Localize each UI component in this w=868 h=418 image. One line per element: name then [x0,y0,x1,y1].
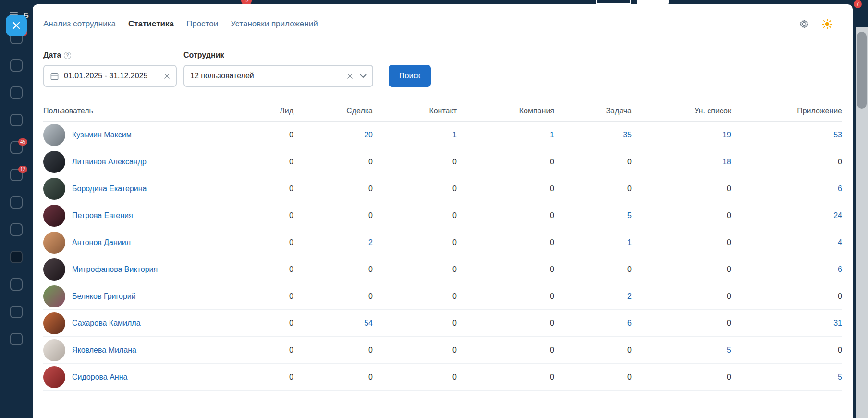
stat-value: 0 [293,265,373,274]
search-button[interactable]: Поиск [389,65,431,87]
stat-value: 0 [632,292,731,301]
schedule-icon[interactable] [10,251,23,263]
stat-value[interactable]: 5 [731,373,842,381]
dropdown-toggle[interactable] [360,74,367,78]
table-body: Кузьмин Максим02011351953Литвинов Алекса… [43,122,842,391]
user-name-link[interactable]: Литвинов Александр [72,158,147,166]
stat-value[interactable]: 31 [731,319,842,328]
mail-icon[interactable] [10,333,23,345]
stat-value: 0 [250,373,293,381]
background-sidebar: Б 224512 [0,0,33,418]
stat-value: 0 [293,373,373,381]
table-row: Сахарова Камилла054006031 [43,310,842,337]
scrollbar-track[interactable] [856,27,868,418]
stat-value[interactable]: 5 [632,346,731,355]
slider-close-button[interactable] [6,15,27,36]
stat-value: 0 [250,211,293,220]
user-name-link[interactable]: Сахарова Камилла [72,319,141,328]
stat-value[interactable]: 6 [554,319,632,328]
close-icon [12,21,21,30]
stat-value[interactable]: 5 [554,211,632,220]
table-row: Литвинов Александр00000180 [43,148,842,175]
settings-button[interactable] [798,18,810,30]
stat-value[interactable]: 18 [632,158,731,166]
stat-value: 0 [373,346,457,355]
tab-employee-analysis[interactable]: Анализ сотрудника [43,19,116,29]
stat-value: 0 [250,292,293,301]
stat-value: 0 [731,292,842,301]
user-name-link[interactable]: Беляков Григорий [72,292,136,301]
x-icon [347,73,353,79]
column-header: Приложение [731,107,842,115]
column-header: Пользователь [43,107,250,115]
shop-icon[interactable] [10,114,23,126]
stat-value[interactable]: 35 [554,131,632,139]
panel-tabs-row: Анализ сотрудникаСтатистикаПростоиУстано… [43,4,842,31]
stat-value[interactable]: 1 [554,238,632,247]
stat-value: 0 [554,373,632,381]
clear-date-button[interactable] [164,73,170,79]
stat-value: 0 [373,158,457,166]
documents-icon[interactable] [10,196,23,209]
employee-select[interactable]: 12 пользователей [183,65,373,87]
sites-icon[interactable]: 12 [10,169,23,181]
tab-app-settings[interactable]: Установки приложений [231,19,318,29]
notification-badge: 12 [18,166,27,173]
user-name-link[interactable]: Петрова Евгения [72,211,133,220]
stat-value: 0 [457,238,554,247]
stat-value[interactable]: 2 [293,238,373,247]
tab-statistics[interactable]: Статистика [128,19,174,29]
stat-value[interactable]: 24 [731,211,842,220]
date-range-value: 01.01.2025 - 31.12.2025 [64,72,147,80]
messenger-icon[interactable] [10,278,23,291]
scrollbar-thumb[interactable] [857,32,867,109]
stat-value[interactable]: 1 [373,131,457,139]
chevron-down-icon [360,74,367,78]
stat-value[interactable]: 19 [632,131,731,139]
theme-toggle-button[interactable] [821,18,833,30]
calendar-icon [50,72,59,81]
date-range-input[interactable]: 01.01.2025 - 31.12.2025 [43,65,177,87]
date-filter-label: Дата [43,51,61,60]
telephony-icon[interactable] [10,306,23,318]
avatar [43,232,65,254]
user-name-link[interactable]: Митрофанова Виктория [72,265,158,274]
user-name-link[interactable]: Бородина Екатерина [72,184,147,193]
table-row: Беляков Григорий0000200 [43,283,842,310]
sidebar-icons: 224512 [0,23,33,345]
stat-value[interactable]: 2 [554,292,632,301]
tabs: Анализ сотрудникаСтатистикаПростоиУстано… [43,19,318,29]
avatar [43,366,65,388]
crm-icon[interactable] [10,223,23,236]
stat-value: 0 [457,184,554,193]
clear-employee-button[interactable] [347,73,353,79]
employee-filter-label: Сотрудник [183,51,224,60]
user-name-link[interactable]: Яковлева Милана [72,346,136,355]
copilot-icon[interactable] [10,86,23,99]
stat-value: 0 [373,265,457,274]
calendar-icon[interactable] [10,59,23,72]
stat-value: 0 [250,184,293,193]
stat-value[interactable]: 54 [293,319,373,328]
avatar [43,124,65,146]
employee-analysis-panel: Анализ сотрудникаСтатистикаПростоиУстано… [33,4,853,418]
user-name-link[interactable]: Сидорова Анна [72,373,127,381]
stat-value: 0 [293,211,373,220]
stat-value[interactable]: 6 [731,184,842,193]
stat-value[interactable]: 6 [731,265,842,274]
tab-downtime[interactable]: Простои [186,19,218,29]
stat-value[interactable]: 53 [731,131,842,139]
question-circle-icon[interactable]: ? [64,52,71,59]
stat-value: 0 [250,346,293,355]
avatar [43,151,65,173]
user-name-link[interactable]: Антонов Даниил [72,238,131,247]
stat-value[interactable]: 20 [293,131,373,139]
topbar-button [637,0,669,4]
tasks-icon[interactable]: 45 [10,141,23,154]
stat-value[interactable]: 4 [731,238,842,247]
stat-value: 0 [457,292,554,301]
stat-value[interactable]: 1 [457,131,554,139]
user-name-link[interactable]: Кузьмин Максим [72,131,132,139]
stat-value: 0 [731,346,842,355]
stat-value: 0 [250,265,293,274]
